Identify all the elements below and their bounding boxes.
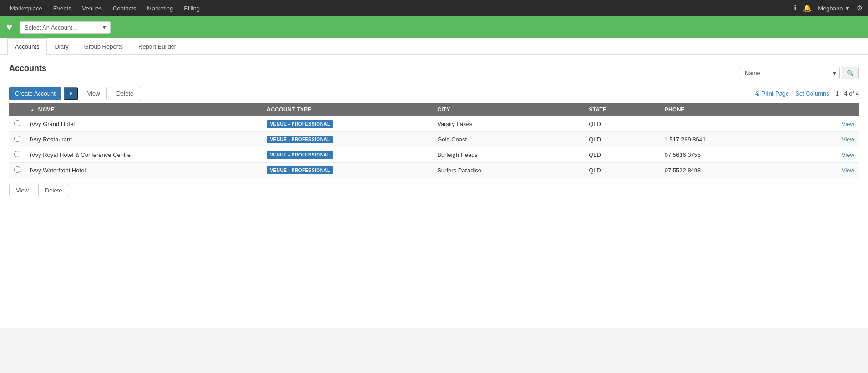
view-button-top[interactable]: View (81, 87, 107, 100)
tab-accounts[interactable]: Accounts (7, 38, 47, 55)
view-button-bottom[interactable]: View (9, 184, 35, 197)
nav-item-billing[interactable]: Billing (179, 0, 204, 16)
row-name: iVvy Restaurant (25, 132, 262, 147)
set-columns-link[interactable]: Set Columns (795, 90, 829, 97)
user-dropdown-arrow: ▼ (844, 5, 850, 12)
row-actions: View (802, 163, 859, 178)
row-phone: 07 5522 8498 (660, 163, 802, 178)
bottom-action-bar: View Delete (9, 178, 859, 197)
accounts-table: ▲ NAME ACCOUNT TYPE CITY STATE PHONE iVv… (9, 103, 859, 178)
search-area: Name ▼ 🔍 (740, 67, 859, 79)
col-header-select (9, 103, 25, 116)
row-actions: View (802, 147, 859, 163)
green-bar: ♥ Select An Account... ▼ (0, 16, 868, 38)
toolbar-top: Accounts Name ▼ 🔍 (9, 64, 859, 82)
row-state: QLD (584, 163, 660, 178)
user-name-label: Meghann (818, 5, 843, 12)
nav-item-marketplace[interactable]: Marketplace (5, 0, 47, 16)
nav-item-events[interactable]: Events (49, 0, 76, 16)
nav-item-venues[interactable]: Venues (78, 0, 106, 16)
account-type-badge: VENUE - PROFESSIONAL (267, 120, 333, 128)
row-select-cell (9, 163, 25, 178)
create-dropdown-arrow-icon: ▼ (68, 91, 73, 96)
account-selector-wrapper: Select An Account... ▼ (20, 21, 111, 34)
row-state: QLD (584, 132, 660, 147)
user-menu[interactable]: Meghann ▼ (818, 5, 850, 12)
col-header-account-type[interactable]: ACCOUNT TYPE (262, 103, 433, 116)
col-header-name[interactable]: ▲ NAME (25, 103, 262, 116)
row-account-type: VENUE - PROFESSIONAL (262, 147, 433, 163)
nav-item-marketing[interactable]: Marketing (142, 0, 177, 16)
action-bar-left: Create Account ▼ View Delete (9, 87, 140, 100)
create-account-dropdown-button[interactable]: ▼ (64, 87, 78, 100)
delete-button-top[interactable]: Delete (110, 87, 141, 100)
table-row: iVvy Royal Hotel & Conference Centre VEN… (9, 147, 859, 163)
account-type-badge: VENUE - PROFESSIONAL (267, 136, 333, 143)
row-view-link[interactable]: View (842, 136, 854, 143)
row-account-type: VENUE - PROFESSIONAL (262, 116, 433, 132)
nav-item-contacts[interactable]: Contacts (108, 0, 141, 16)
col-header-city[interactable]: CITY (433, 103, 584, 116)
table-row: iVvy Grand Hotel VENUE - PROFESSIONAL Va… (9, 116, 859, 132)
main-content: Accounts Diary Group Reports Report Buil… (0, 38, 868, 328)
search-button[interactable]: 🔍 (842, 67, 859, 79)
row-account-type: VENUE - PROFESSIONAL (262, 163, 433, 178)
notifications-button[interactable]: 🔔 (803, 4, 812, 12)
tab-diary[interactable]: Diary (47, 38, 76, 55)
table-body: iVvy Grand Hotel VENUE - PROFESSIONAL Va… (9, 116, 859, 178)
row-account-type: VENUE - PROFESSIONAL (262, 132, 433, 147)
nav-right: ℹ 🔔 Meghann ▼ ⚙ (794, 4, 863, 12)
row-select-cell (9, 116, 25, 132)
top-navigation: Marketplace Events Venues Contacts Marke… (0, 0, 868, 16)
row-name: iVvy Waterfront Hotel (25, 163, 262, 178)
row-city: Burleigh Heads (433, 147, 584, 163)
settings-button[interactable]: ⚙ (857, 4, 863, 12)
logo-icon: ♥ (6, 21, 12, 33)
print-page-link[interactable]: 🖨 Print Page (753, 90, 789, 97)
page-title: Accounts (9, 64, 46, 73)
table-header: ▲ NAME ACCOUNT TYPE CITY STATE PHONE (9, 103, 859, 116)
row-radio[interactable] (14, 151, 20, 157)
account-type-badge: VENUE - PROFESSIONAL (267, 166, 333, 174)
action-bar-right: 🖨 Print Page Set Columns 1 - 4 of 4 (753, 90, 859, 97)
sort-arrow-icon: ▲ (30, 107, 35, 112)
tab-report-builder[interactable]: Report Builder (131, 38, 184, 55)
row-phone: 07 5636 3755 (660, 147, 802, 163)
row-radio[interactable] (14, 136, 20, 142)
search-field-select[interactable]: Name (740, 67, 840, 79)
account-select[interactable]: Select An Account... (20, 21, 111, 34)
nav-links: Marketplace Events Venues Contacts Marke… (5, 0, 204, 16)
row-phone: 1.517.269.8641 (660, 132, 802, 147)
table-header-row: ▲ NAME ACCOUNT TYPE CITY STATE PHONE (9, 103, 859, 116)
row-state: QLD (584, 147, 660, 163)
col-name-label: NAME (38, 106, 55, 113)
row-actions: View (802, 116, 859, 132)
row-radio[interactable] (14, 120, 20, 126)
row-actions: View (802, 132, 859, 147)
create-account-button[interactable]: Create Account (9, 87, 61, 100)
printer-icon: 🖨 (753, 90, 760, 97)
info-icon-button[interactable]: ℹ (794, 4, 797, 12)
account-type-badge: VENUE - PROFESSIONAL (267, 151, 333, 159)
search-icon: 🔍 (847, 70, 854, 76)
row-city: Surfers Paradise (433, 163, 584, 178)
settings-icon: ⚙ (857, 4, 863, 12)
delete-button-bottom[interactable]: Delete (38, 184, 69, 197)
row-view-link[interactable]: View (842, 121, 854, 127)
row-radio[interactable] (14, 166, 20, 173)
tab-group-reports[interactable]: Group Reports (76, 38, 131, 55)
row-view-link[interactable]: View (842, 167, 854, 174)
table-row: iVvy Waterfront Hotel VENUE - PROFESSION… (9, 163, 859, 178)
set-columns-label: Set Columns (795, 90, 829, 97)
table-row: iVvy Restaurant VENUE - PROFESSIONAL Gol… (9, 132, 859, 147)
row-name: iVvy Grand Hotel (25, 116, 262, 132)
row-city: Gold Coast (433, 132, 584, 147)
col-header-phone[interactable]: PHONE (660, 103, 802, 116)
row-select-cell (9, 147, 25, 163)
print-page-label: Print Page (762, 90, 789, 97)
row-name: iVvy Royal Hotel & Conference Centre (25, 147, 262, 163)
tab-bar: Accounts Diary Group Reports Report Buil… (0, 38, 868, 55)
row-view-link[interactable]: View (842, 151, 854, 158)
col-header-state[interactable]: STATE (584, 103, 660, 116)
search-select-wrapper: Name ▼ (740, 67, 840, 79)
